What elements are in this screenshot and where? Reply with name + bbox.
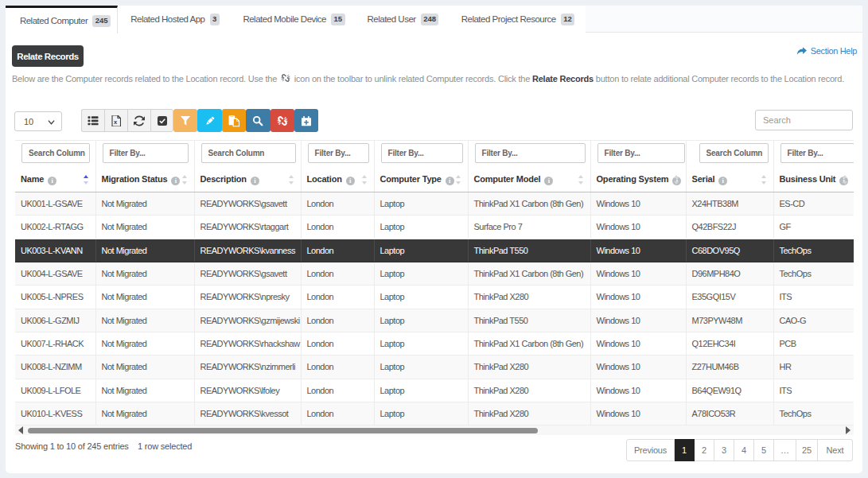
svg-text:x: x — [114, 118, 118, 125]
